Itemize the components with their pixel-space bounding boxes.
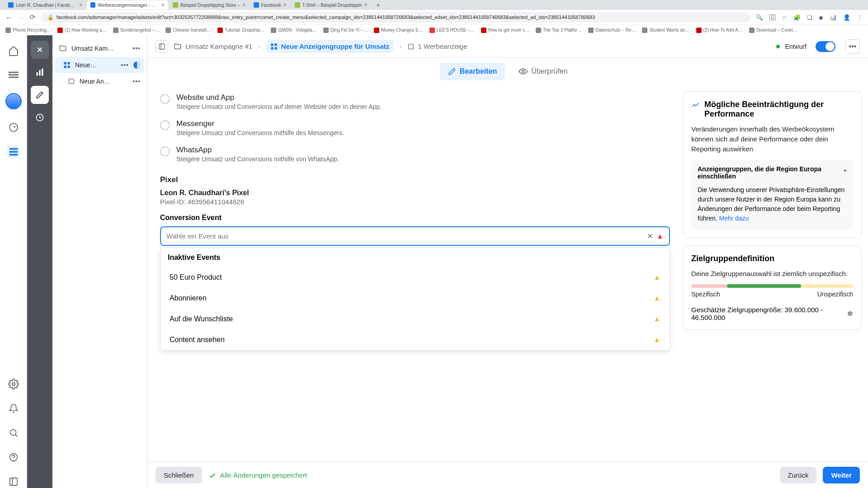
svg-rect-0 (9, 72, 19, 73)
event-select[interactable]: ✕ ▲ (160, 226, 670, 246)
bookmark-item[interactable]: LEE'S HOUSE –… (429, 28, 475, 33)
gauge-icon[interactable] (7, 121, 20, 134)
gear-icon[interactable] (7, 378, 20, 390)
menu-icon[interactable] (7, 69, 20, 81)
dropdown-item[interactable]: 50 Euro Product▲ (160, 267, 670, 288)
chart-icon[interactable] (31, 63, 49, 81)
bookmark-item[interactable]: GMSN - Vologda… (271, 28, 316, 33)
more-icon[interactable]: ••• (121, 61, 129, 69)
reload-icon[interactable]: ⟳ (30, 13, 36, 21)
translate-icon[interactable]: 🄶 (769, 14, 775, 21)
svg-rect-2 (9, 77, 19, 78)
forward-icon[interactable]: → (18, 14, 24, 21)
help-icon[interactable] (7, 451, 20, 464)
extension-icon[interactable]: 📊 (830, 14, 837, 21)
crumb-ad[interactable]: 1 Werbeanzeige (407, 42, 467, 50)
history-icon[interactable] (31, 108, 49, 127)
extension-icon[interactable]: ◆ (819, 14, 823, 21)
ads-table-icon[interactable] (7, 145, 20, 158)
bookmark-item[interactable]: Download – Cooki… (749, 28, 797, 33)
trend-icon (691, 100, 700, 110)
more-button[interactable]: ••• (845, 39, 860, 54)
radio-website-app[interactable]: Website und App Steigere Umsatz und Conv… (160, 89, 670, 115)
performance-card: Mögliche Beeinträchtigung der Performanc… (683, 91, 862, 238)
browser-tab-active[interactable]: Werbeanzeigenmanager - We…× (87, 0, 168, 9)
radio-icon[interactable] (160, 120, 170, 130)
breadcrumb-bar: Umsatz Kampagne #1 › Neue Anzeigengruppe… (147, 35, 868, 58)
bookmark-item[interactable]: Student Wants an… (642, 28, 689, 33)
radio-messenger[interactable]: Messenger Steigere Umsatz und Conversion… (160, 115, 670, 141)
close-button[interactable]: Schließen (156, 467, 202, 483)
zoom-icon[interactable]: 🔍 (756, 14, 763, 21)
close-editor-button[interactable] (31, 41, 49, 59)
bookmark-item[interactable]: (1) How Working a… (57, 28, 107, 33)
star-icon[interactable]: ☆ (782, 14, 787, 21)
audience-gauge (691, 284, 853, 288)
tab-title: Facebook (261, 3, 281, 8)
radio-icon[interactable] (160, 146, 170, 156)
tab-edit[interactable]: Bearbeiten (440, 62, 505, 80)
crumb-campaign[interactable]: Umsatz Kampagne #1 (174, 42, 252, 51)
back-button[interactable]: Zurück (780, 467, 817, 483)
active-toggle[interactable] (816, 41, 835, 52)
avatar[interactable] (5, 93, 22, 109)
ad-icon (68, 78, 75, 85)
bell-icon[interactable] (7, 402, 20, 415)
bookmark-item[interactable]: Money Changes E… (374, 28, 423, 33)
browser-tab[interactable]: Leon R. Chaudhari | Facebook× (5, 0, 86, 9)
extension-icon[interactable]: 🧩 (793, 14, 801, 21)
extension-icon[interactable]: ❏ (807, 14, 812, 21)
info-icon[interactable]: i (847, 310, 853, 317)
bookmark-item[interactable]: Datenschutz – Re… (588, 28, 636, 33)
radio-whatsapp[interactable]: WhatsApp Steigere Umsatz und Conversions… (160, 141, 670, 167)
collapse-icon[interactable] (7, 475, 20, 488)
profile-icon[interactable]: 👤 (843, 14, 850, 21)
close-icon[interactable]: × (364, 2, 367, 8)
search-icon[interactable] (7, 427, 20, 439)
gauge-label-left: Spezifisch (691, 291, 720, 298)
new-tab-button[interactable]: + (372, 1, 384, 9)
bookmark-item[interactable]: Sonderangebot –… (113, 28, 160, 33)
home-icon[interactable] (7, 44, 20, 57)
bookmark-item[interactable]: Qing Fei De Yi –… (323, 28, 368, 33)
radio-desc: Steigere Umsatz und Conversions mithilfe… (176, 129, 344, 136)
back-icon[interactable]: ← (5, 14, 12, 21)
bookmark-item[interactable]: The Top 3 Platfor… (536, 28, 582, 33)
tree-campaign[interactable]: Umsatz Kam… ••• (55, 40, 144, 57)
clear-icon[interactable]: ✕ (647, 232, 653, 240)
tree-ad[interactable]: Neue An… ••• (55, 73, 144, 89)
dropdown-item[interactable]: Content ansehen▲ (160, 329, 670, 350)
close-icon[interactable]: × (283, 2, 287, 8)
chevron-up-icon[interactable]: ˄ (844, 169, 847, 176)
bookmark-item[interactable]: (2) How To Add A… (696, 28, 743, 33)
url-input[interactable]: 🔒facebook.com/adsmanager/manage/adsets/e… (41, 12, 750, 23)
more-link[interactable]: Mehr dazu (719, 215, 749, 222)
tab-title: Beispiel Dropshipping Store – (180, 3, 240, 8)
event-input[interactable] (166, 232, 643, 240)
close-icon[interactable]: × (79, 2, 82, 8)
more-icon[interactable]: ••• (132, 45, 141, 52)
close-icon[interactable]: × (161, 2, 165, 8)
browser-tab[interactable]: Beispiel Dropshipping Store –× (169, 0, 249, 9)
bookmark-item[interactable]: Phone Recycling… (5, 28, 51, 33)
edit-icon[interactable] (31, 86, 49, 104)
dropdown-item[interactable]: Abonnieren▲ (160, 288, 670, 309)
bookmark-item[interactable]: How to get more v… (481, 28, 529, 33)
dropdown-item[interactable]: Auf die Wunschliste▲ (160, 309, 670, 329)
crumb-adset[interactable]: Neue Anzeigengruppe für Umsatz (266, 40, 394, 53)
more-icon[interactable]: ••• (132, 78, 141, 85)
panel-toggle-icon[interactable] (156, 40, 168, 53)
next-button[interactable]: Weiter (823, 467, 860, 483)
tab-review[interactable]: Überprüfen (510, 62, 576, 80)
tree-adset[interactable]: Neue… ••• (55, 57, 144, 73)
bookmark-item[interactable]: Chinese translati… (165, 28, 211, 33)
card-body: Veränderungen innerhalb des Werbeökosyst… (691, 124, 853, 154)
svg-rect-22 (274, 43, 277, 46)
browser-tab[interactable]: T-Shirt – Beispiel Dropshippin× (291, 0, 371, 9)
browser-tab[interactable]: Facebook× (250, 0, 290, 9)
radio-icon[interactable] (160, 94, 170, 104)
menu-icon[interactable]: ⋮ (857, 14, 863, 21)
bookmark-item[interactable]: Tutorial: Dropship… (217, 28, 265, 33)
close-icon[interactable]: × (242, 2, 245, 8)
campaign-tree: Umsatz Kam… ••• Neue… ••• Neue An… ••• (52, 35, 147, 488)
